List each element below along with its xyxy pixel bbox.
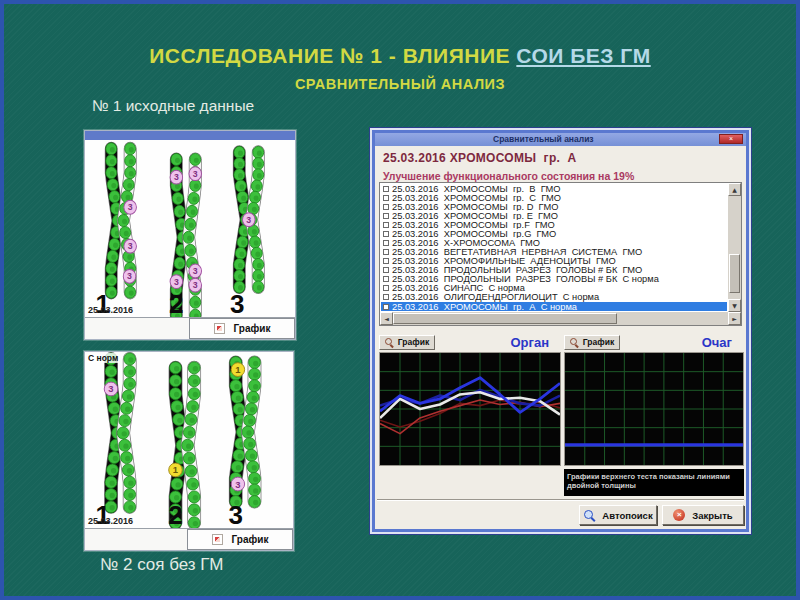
horizontal-scroll-thumb[interactable] xyxy=(393,313,617,324)
focus-panel-header: График Очаг xyxy=(564,334,744,350)
checkbox[interactable] xyxy=(383,195,389,201)
checkbox[interactable] xyxy=(383,249,389,255)
organ-chart-svg xyxy=(380,353,560,465)
svg-text:3: 3 xyxy=(128,202,133,212)
slide-title-main: ИССЛЕДОВАНИЕ № 1 - ВЛИЯНИЕ xyxy=(149,44,516,67)
svg-text:3: 3 xyxy=(193,168,198,178)
focus-chart-panel: График Очаг xyxy=(564,334,744,466)
slide-title-link[interactable]: СОИ БЕЗ ГМ xyxy=(516,44,650,67)
vertical-scrollbar[interactable]: ▲ ▼ xyxy=(728,183,741,312)
list-item[interactable]: 25.03.2016 ХРОМОСОМЫ гр.F ГМО xyxy=(381,220,727,229)
svg-text:3: 3 xyxy=(193,266,198,276)
list-item[interactable]: 25.03.2016 ХРОМОСОМЫ гр. С ГМО xyxy=(381,193,727,202)
list-item-label: 25.03.2016 ОЛИГОДЕНДРОГЛИОЦИТ С норма xyxy=(392,293,599,302)
checkbox[interactable] xyxy=(383,222,389,228)
graph-button-label: График xyxy=(398,337,429,347)
slide-subtitle: СРАВНИТЕЛЬНЫЙ АНАЛИЗ xyxy=(4,76,796,92)
list-item[interactable]: 25.03.2016 СИНАПС С норма xyxy=(381,284,727,293)
svg-text:3: 3 xyxy=(128,241,133,251)
list-item[interactable]: 25.03.2016 ОЛИГОДЕНДРОГЛИОЦИТ С норма xyxy=(381,293,727,302)
test-list[interactable]: 25.03.2016 ХРОМОСОМЫ гр. В ГМО 25.03.201… xyxy=(379,182,742,326)
scroll-right-icon[interactable]: ► xyxy=(728,312,741,325)
list-item-label: 25.03.2016 ХРОМОСОМЫ гр.G ГМО xyxy=(392,229,556,238)
list-item-label: 25.03.2016 ПРОДОЛЬНЫЙ РАЗРЕЗ ГОЛОВЫ # БК… xyxy=(392,266,642,275)
label-dataset-2: № 2 соя без ГМ xyxy=(100,555,320,575)
improvement-status: Улучшение функционального состояния на 1… xyxy=(383,170,634,182)
list-item-label: 25.03.2016 ХРОМОСОМЫ гр. Е ГМО xyxy=(392,211,558,220)
checkbox[interactable] xyxy=(383,231,389,237)
scroll-down-icon[interactable]: ▼ xyxy=(728,299,741,312)
test-list-rows: 25.03.2016 ХРОМОСОМЫ гр. В ГМО 25.03.201… xyxy=(381,184,727,311)
checkbox[interactable] xyxy=(383,304,389,310)
list-item[interactable]: 25.03.2016 ХРОМОСОМЫ гр. В ГМО xyxy=(381,184,727,193)
checkbox[interactable] xyxy=(383,294,389,300)
list-item[interactable]: 25.03.2016 ХРОМОСОМЫ гр. А С норма xyxy=(381,302,727,311)
chart-doc-icon xyxy=(212,534,223,545)
close-button-label: Закрыть xyxy=(692,510,732,521)
organ-panel-header: График Орган xyxy=(379,334,561,350)
list-item[interactable]: 25.03.2016 ХРОМОСОМЫ гр.G ГМО xyxy=(381,229,727,238)
list-item[interactable]: 25.03.2016 ВЕГЕТАТИВНАЯ НЕРВНАЯ СИСТЕМА … xyxy=(381,248,727,257)
chromosome-canvas-2: С норм 3113 1 2 3 25.03.2016 xyxy=(85,352,293,528)
list-item-label: 25.03.2016 ХРОМОФИЛЬНЫЕ АДЕНОЦИТЫ ГМО xyxy=(392,257,616,266)
svg-text:3: 3 xyxy=(174,172,179,182)
chromosome-drawing: 333333333 xyxy=(85,140,295,317)
list-item[interactable]: 25.03.2016 ПРОДОЛЬНЫЙ РАЗРЕЗ ГОЛОВЫ # БК… xyxy=(381,275,727,284)
checkbox[interactable] xyxy=(383,240,389,246)
result-header: 25.03.2016 ХРОМОСОМЫ гр. А xyxy=(383,151,576,165)
svg-text:1: 1 xyxy=(235,364,241,375)
vertical-scroll-thumb[interactable] xyxy=(729,254,740,293)
list-item-label: 25.03.2016 ХРОМОСОМЫ гр. А С норма xyxy=(392,302,577,311)
scroll-left-icon[interactable]: ◄ xyxy=(380,312,393,325)
checkbox[interactable] xyxy=(383,258,389,264)
norm-corner-label: С норм xyxy=(87,353,119,363)
autosearch-button[interactable]: Автопоиск xyxy=(579,505,657,525)
list-item[interactable]: 25.03.2016 ХРОМОФИЛЬНЫЕ АДЕНОЦИТЫ ГМО xyxy=(381,257,727,266)
magnifier-icon xyxy=(385,338,394,347)
focus-chart xyxy=(564,352,744,466)
list-item-label: 25.03.2016 ВЕГЕТАТИВНАЯ НЕРВНАЯ СИСТЕМА … xyxy=(392,248,642,257)
list-item[interactable]: 25.03.2016 ХРОМОСОМЫ гр. Е ГМО xyxy=(381,211,727,220)
checkbox[interactable] xyxy=(383,267,389,273)
close-red-icon: × xyxy=(673,509,685,521)
graph-button-focus[interactable]: График xyxy=(564,335,620,350)
image-footer: График xyxy=(85,528,293,550)
checkbox[interactable] xyxy=(383,276,389,282)
list-item-label: 25.03.2016 ХРОМОСОМЫ гр. D ГМО xyxy=(392,202,558,211)
comparison-analysis-window: Сравнительный анализ × 25.03.2016 ХРОМОС… xyxy=(372,130,749,532)
list-item-label: 25.03.2016 ХРОМОСОМЫ гр.F ГМО xyxy=(392,220,555,229)
chromosome-image-panel-1: 333333333 1 2 3 25.03.2016 График xyxy=(84,130,296,340)
chromosome-number-2: 2 xyxy=(168,502,182,528)
scroll-up-icon[interactable]: ▲ xyxy=(728,183,741,196)
window-titlebar[interactable]: Сравнительный анализ × xyxy=(375,133,746,146)
graph-button-1[interactable]: График xyxy=(189,318,295,339)
divider xyxy=(377,499,744,501)
organ-chart xyxy=(379,352,561,466)
close-icon[interactable]: × xyxy=(719,134,743,144)
graph-button-organ[interactable]: График xyxy=(379,335,435,350)
svg-text:3: 3 xyxy=(193,280,198,290)
horizontal-scrollbar[interactable]: ◄ ► xyxy=(380,312,741,325)
checkbox[interactable] xyxy=(383,285,389,291)
chromosome-number-3: 3 xyxy=(230,291,244,317)
svg-text:1: 1 xyxy=(173,464,179,475)
svg-text:3: 3 xyxy=(108,383,113,394)
checkbox[interactable] xyxy=(383,213,389,219)
magnifier-blue-icon xyxy=(583,509,595,521)
checkbox[interactable] xyxy=(383,204,389,210)
focus-chart-svg xyxy=(565,353,743,465)
list-item-label: 25.03.2016 ПРОДОЛЬНЫЙ РАЗРЕЗ ГОЛОВЫ # БК… xyxy=(392,275,659,284)
list-item[interactable]: 25.03.2016 Х-ХРОМОСОМА ГМО xyxy=(381,238,727,247)
list-item[interactable]: 25.03.2016 ХРОМОСОМЫ гр. D ГМО xyxy=(381,202,727,211)
slide-background: ИССЛЕДОВАНИЕ № 1 - ВЛИЯНИЕ СОИ БЕЗ ГМ СР… xyxy=(0,0,800,600)
graph-button-2[interactable]: График xyxy=(187,529,293,550)
chromosome-canvas-1: 333333333 1 2 3 25.03.2016 xyxy=(85,140,295,317)
graph-button-label: График xyxy=(234,323,271,334)
date-label: 25.03.2016 xyxy=(88,305,133,315)
list-item-label: 25.03.2016 ХРОМОСОМЫ гр. С ГМО xyxy=(392,193,561,202)
close-window-button[interactable]: × Закрыть xyxy=(662,505,744,525)
checkbox[interactable] xyxy=(383,186,389,192)
list-item[interactable]: 25.03.2016 ПРОДОЛЬНЫЙ РАЗРЕЗ ГОЛОВЫ # БК… xyxy=(381,266,727,275)
svg-text:3: 3 xyxy=(235,478,240,489)
organ-chart-panel: График Орган xyxy=(379,334,561,466)
